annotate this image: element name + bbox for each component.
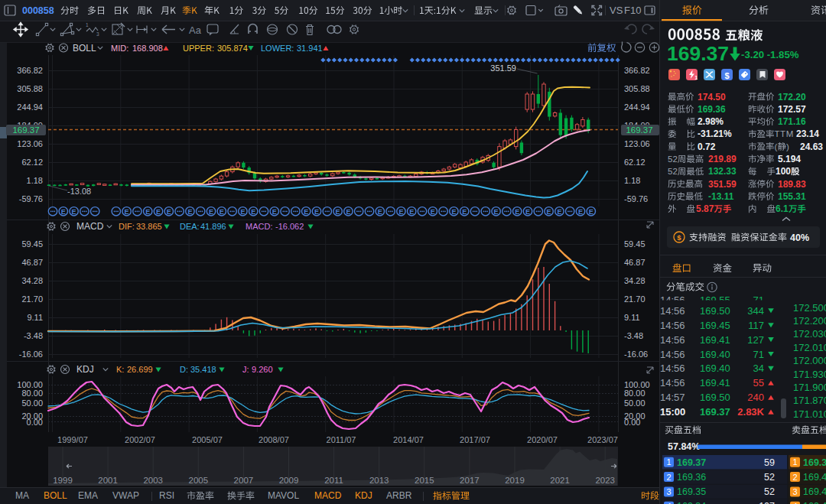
svg-text:0.72: 0.72 bbox=[698, 141, 716, 152]
svg-text:23.14: 23.14 bbox=[796, 128, 819, 139]
svg-text:E: E bbox=[272, 208, 277, 216]
svg-text:ARBR: ARBR bbox=[386, 490, 412, 501]
svg-text:50.00: 50.00 bbox=[624, 398, 646, 408]
svg-text:E: E bbox=[61, 208, 66, 216]
svg-text:169.45: 169.45 bbox=[700, 320, 730, 331]
svg-text:1: 1 bbox=[695, 75, 698, 80]
svg-text:MA: MA bbox=[15, 490, 29, 501]
svg-text:): ) bbox=[786, 142, 789, 151]
svg-text:9.11: 9.11 bbox=[624, 313, 640, 322]
svg-text:169.37: 169.37 bbox=[626, 125, 652, 135]
svg-text:1.18: 1.18 bbox=[624, 176, 640, 185]
svg-text:2.98%: 2.98% bbox=[698, 116, 724, 127]
svg-text:155.31: 155.31 bbox=[778, 191, 806, 202]
svg-text:-13.11: -13.11 bbox=[708, 191, 734, 202]
svg-text:-16.06: -16.06 bbox=[624, 350, 648, 359]
svg-text:UPPER:: UPPER: bbox=[183, 44, 214, 53]
svg-text:3: 3 bbox=[96, 31, 99, 37]
svg-text:34.28: 34.28 bbox=[21, 276, 43, 285]
svg-text:-31.21%: -31.21% bbox=[698, 128, 732, 139]
svg-text:E: E bbox=[240, 208, 245, 216]
svg-text:E: E bbox=[314, 208, 319, 216]
svg-text:14:57: 14:57 bbox=[660, 392, 685, 403]
svg-text:219.89: 219.89 bbox=[708, 154, 737, 164]
svg-text:9.11: 9.11 bbox=[27, 313, 43, 322]
svg-text:21.70: 21.70 bbox=[21, 294, 43, 304]
svg-text:2017: 2017 bbox=[460, 476, 480, 485]
svg-text:123.06: 123.06 bbox=[624, 139, 650, 148]
svg-text:-3.48: -3.48 bbox=[24, 331, 43, 340]
svg-text:E: E bbox=[125, 208, 129, 216]
svg-text:E: E bbox=[251, 208, 255, 216]
svg-text:E: E bbox=[431, 208, 435, 216]
svg-text:244.94: 244.94 bbox=[624, 102, 650, 112]
svg-text:E: E bbox=[398, 208, 403, 216]
svg-text:E: E bbox=[451, 208, 456, 216]
svg-text:2021: 2021 bbox=[550, 476, 570, 485]
svg-text:2: 2 bbox=[792, 473, 797, 482]
svg-text:LOWER:: LOWER: bbox=[261, 44, 294, 53]
svg-text:E: E bbox=[462, 208, 467, 216]
svg-text:34.28: 34.28 bbox=[624, 276, 646, 285]
svg-text:E: E bbox=[557, 208, 561, 216]
svg-text:0.00: 0.00 bbox=[624, 418, 640, 427]
svg-text:D:: D: bbox=[180, 365, 188, 374]
svg-text:E: E bbox=[156, 208, 161, 216]
svg-text:351.59: 351.59 bbox=[708, 179, 737, 190]
svg-text:46.87: 46.87 bbox=[624, 258, 646, 267]
svg-text:40%: 40% bbox=[790, 232, 809, 243]
svg-text:169.34: 169.34 bbox=[677, 501, 706, 504]
svg-text:2023/07: 2023/07 bbox=[587, 435, 618, 444]
svg-text:E: E bbox=[525, 208, 530, 216]
svg-text:169.37: 169.37 bbox=[700, 406, 730, 418]
svg-text:BOLL: BOLL bbox=[44, 490, 67, 501]
svg-text:169.35: 169.35 bbox=[677, 486, 706, 497]
svg-text:117: 117 bbox=[748, 320, 764, 331]
svg-text:-3.20 -1.85%: -3.20 -1.85% bbox=[741, 49, 799, 60]
svg-text:E: E bbox=[494, 208, 499, 216]
svg-text:34: 34 bbox=[753, 363, 764, 374]
svg-text:171.010: 171.010 bbox=[793, 408, 826, 420]
svg-text:123.06: 123.06 bbox=[17, 139, 43, 148]
svg-text:2015: 2015 bbox=[415, 476, 434, 485]
svg-text:305.88: 305.88 bbox=[624, 84, 650, 93]
svg-text:2013: 2013 bbox=[369, 476, 389, 485]
svg-text:171.870: 171.870 bbox=[793, 395, 826, 406]
svg-text:2011: 2011 bbox=[324, 476, 343, 485]
svg-text:EMA: EMA bbox=[78, 490, 98, 501]
svg-text:80.00: 80.00 bbox=[21, 389, 43, 398]
svg-text:52: 52 bbox=[764, 486, 775, 497]
svg-text:1: 1 bbox=[666, 457, 671, 467]
svg-text:2020/07: 2020/07 bbox=[527, 435, 558, 444]
svg-text:2014/07: 2014/07 bbox=[393, 435, 424, 444]
svg-text:E: E bbox=[209, 208, 213, 216]
svg-text:172.000: 172.000 bbox=[793, 355, 826, 366]
svg-text:2023: 2023 bbox=[595, 476, 615, 485]
svg-text:MACD: MACD bbox=[76, 221, 104, 232]
svg-text:14:56: 14:56 bbox=[660, 349, 685, 360]
svg-text:KDJ: KDJ bbox=[76, 364, 94, 375]
svg-text:E: E bbox=[409, 208, 414, 216]
svg-text:J:: J: bbox=[242, 365, 249, 374]
svg-text:366.82: 366.82 bbox=[624, 66, 650, 75]
svg-text:171.16: 171.16 bbox=[778, 116, 806, 127]
svg-text:1: 1 bbox=[792, 457, 797, 467]
svg-text:5.194: 5.194 bbox=[778, 154, 801, 164]
svg-text:26.699: 26.699 bbox=[127, 365, 153, 374]
svg-text:169.37: 169.37 bbox=[667, 42, 729, 65]
svg-text:50.00: 50.00 bbox=[21, 398, 43, 408]
svg-text:E: E bbox=[145, 208, 150, 216]
svg-text:E: E bbox=[187, 208, 192, 216]
svg-text:172.010: 172.010 bbox=[793, 342, 826, 353]
svg-text:59.45: 59.45 bbox=[21, 239, 43, 249]
svg-text:000858: 000858 bbox=[22, 5, 54, 16]
svg-text:-59.76: -59.76 bbox=[624, 194, 648, 203]
svg-text:169.36: 169.36 bbox=[677, 472, 706, 483]
svg-text:VS: VS bbox=[610, 5, 623, 16]
svg-text:366.82: 366.82 bbox=[17, 66, 43, 75]
svg-text:M: M bbox=[786, 129, 794, 138]
svg-text:14:56: 14:56 bbox=[660, 305, 685, 317]
svg-text:E: E bbox=[167, 208, 171, 216]
svg-text:100: 100 bbox=[776, 166, 791, 177]
svg-text:2007: 2007 bbox=[234, 476, 254, 485]
